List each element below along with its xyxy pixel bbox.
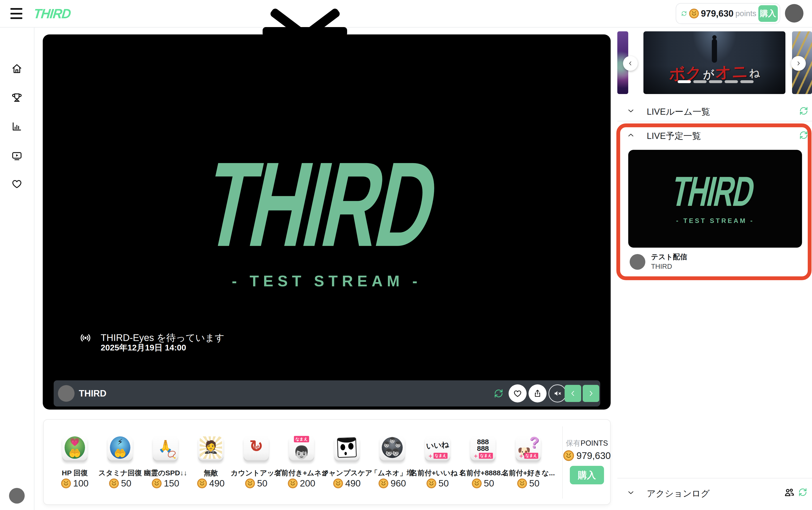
- section-live-schedule[interactable]: LIVE予定一覧: [647, 130, 701, 142]
- gift-item[interactable]: 🤲💗 HP 回復 100: [52, 420, 97, 504]
- carousel-dot[interactable]: [693, 80, 706, 83]
- share-icon: [533, 389, 542, 398]
- mute-button[interactable]: [548, 385, 567, 402]
- gift-icon-like-text: いいね＋なまえ: [425, 435, 450, 460]
- gift-price: 490: [324, 478, 370, 489]
- points-value: 979,630: [701, 8, 733, 19]
- home-icon[interactable]: [11, 63, 23, 75]
- people-icon[interactable]: [784, 486, 795, 498]
- next-button[interactable]: [583, 385, 599, 402]
- gift-icon-boy-nametag: 👦なまえ: [289, 435, 314, 460]
- user-avatar[interactable]: [785, 4, 804, 23]
- balance-label-prefix: 保有: [566, 439, 581, 447]
- coin-icon: [61, 478, 71, 488]
- broadcast-icon: [78, 332, 93, 344]
- gift-price: 50: [415, 478, 460, 489]
- gift-icon-dog-question: ?🐶＋なまえ: [516, 435, 541, 460]
- refresh-icon[interactable]: [799, 106, 809, 116]
- gift-item[interactable]: 🤵 無敵 490: [188, 420, 233, 504]
- gift-price: 200: [279, 478, 324, 489]
- chevron-right-icon: [795, 60, 802, 66]
- thumbnail-subtitle: - TEST STREAM -: [628, 217, 802, 225]
- carousel-dot[interactable]: [725, 80, 738, 83]
- thumbnail-logo: THIRD: [669, 170, 758, 213]
- refresh-icon[interactable]: [681, 9, 687, 18]
- coin-icon: [517, 478, 527, 488]
- schedule-channel-avatar[interactable]: [630, 254, 645, 270]
- sidebar-avatar[interactable]: [9, 488, 25, 504]
- gift-icon-scare-face: [334, 435, 359, 460]
- heart-icon: [513, 389, 522, 398]
- gift-label: 名前付+好きな...: [502, 468, 555, 478]
- refresh-icon[interactable]: [798, 487, 808, 497]
- chevron-down-icon[interactable]: [627, 489, 635, 497]
- gift-label: 名前付き+ムネオ: [274, 468, 329, 478]
- gift-icon-lightning-hands: 🤲⚡: [108, 435, 133, 460]
- channel-avatar[interactable]: [58, 385, 75, 402]
- bar-chart-icon[interactable]: [11, 121, 23, 133]
- section-live-rooms[interactable]: LIVEルーム一覧: [647, 106, 710, 118]
- banner-title-segment: オニ: [715, 60, 748, 83]
- carousel-dots[interactable]: [677, 80, 754, 83]
- banner-title-segment: が: [703, 67, 715, 82]
- schedule-thumbnail[interactable]: THIRD - TEST STREAM -: [628, 150, 802, 248]
- gift-icon-count-seal: ↻封: [243, 435, 269, 460]
- balance-label: 保有POINTS: [564, 438, 610, 448]
- channel-name: THIRD: [79, 380, 106, 406]
- gift-item[interactable]: 🤲⚡ スタミナ回復 50: [97, 420, 143, 504]
- heart-icon[interactable]: [11, 178, 23, 190]
- refresh-icon[interactable]: [493, 388, 504, 399]
- divider: [562, 426, 563, 499]
- gift-item[interactable]: ?🐶＋なまえ 名前付+好きな... 50: [506, 420, 551, 504]
- coin-icon: [689, 8, 699, 19]
- gift-item[interactable]: 👦なまえ 名前付き+ムネオ 200: [279, 420, 324, 504]
- points-unit-label: points: [735, 9, 756, 18]
- gift-item[interactable]: 🙏📿 幽霊のSPD↓↓ 150: [143, 420, 188, 504]
- gift-item[interactable]: ジャンプスケア 490: [324, 420, 370, 504]
- gift-price: 100: [52, 478, 97, 489]
- gift-icon-prayer-beads: 🙏📿: [153, 435, 178, 460]
- carousel-dot[interactable]: [740, 80, 754, 83]
- chevron-down-icon[interactable]: [627, 107, 635, 115]
- refresh-icon[interactable]: [799, 130, 809, 140]
- gift-icon-boy-crowd: 👦👦👦👦👦: [380, 435, 405, 460]
- carousel-banner[interactable]: ボクがオニね: [643, 31, 785, 94]
- banner-title-segment: ね: [749, 66, 760, 80]
- left-sidebar: [0, 27, 34, 510]
- stream-screen-subtitle: - TEST STREAM -: [43, 272, 611, 290]
- like-button[interactable]: [509, 385, 527, 402]
- carousel-dot[interactable]: [677, 80, 691, 83]
- gift-item[interactable]: いいね＋なまえ 名前付+いいね！ 50: [415, 420, 460, 504]
- chevron-up-icon[interactable]: [627, 131, 635, 139]
- trophy-icon[interactable]: [11, 92, 23, 104]
- schedule-channel-name: THIRD: [651, 263, 672, 271]
- coin-icon: [333, 478, 343, 488]
- buy-points-button[interactable]: 購入: [758, 5, 778, 22]
- balance-column: 保有POINTS 979,630 購入: [564, 420, 610, 504]
- balance-label-points: POINTS: [581, 439, 608, 447]
- buy-points-button[interactable]: 購入: [570, 466, 604, 484]
- gift-item[interactable]: 888888＋なまえ 名前付+8888... 50: [460, 420, 505, 504]
- app-root: THIRD 979,630 points 購入 THIRD - TEST STR…: [0, 0, 812, 510]
- gift-icon-numbers-text: 888888＋なまえ: [470, 435, 495, 460]
- section-action-log[interactable]: アクションログ: [647, 488, 710, 500]
- coin-icon: [152, 478, 162, 488]
- gift-label: 名前付+いいね！: [410, 468, 465, 478]
- gift-item[interactable]: ↻封 カウントアップ 50: [234, 420, 279, 504]
- prev-button[interactable]: [564, 385, 581, 402]
- gift-item[interactable]: 👦👦👦👦👦 「ムネオ」増 960: [370, 420, 415, 504]
- carousel-dot[interactable]: [709, 80, 722, 83]
- brand-logo[interactable]: THIRD: [33, 6, 71, 21]
- hamburger-menu-icon[interactable]: [10, 8, 22, 19]
- gift-price: 150: [143, 478, 188, 489]
- gift-label: 名前付+8888...: [459, 468, 506, 478]
- share-button[interactable]: [528, 385, 547, 402]
- chevron-left-icon: [569, 389, 577, 397]
- schedule-title[interactable]: テスト配信: [651, 252, 687, 262]
- carousel-prev-button[interactable]: [623, 56, 638, 71]
- video-icon[interactable]: [11, 149, 23, 162]
- carousel-next-button[interactable]: [791, 56, 806, 71]
- gift-price: 50: [97, 478, 143, 489]
- video-player[interactable]: THIRD - TEST STREAM - THIRD-Eyes を待っています…: [43, 34, 611, 409]
- gift-price: 50: [506, 478, 551, 489]
